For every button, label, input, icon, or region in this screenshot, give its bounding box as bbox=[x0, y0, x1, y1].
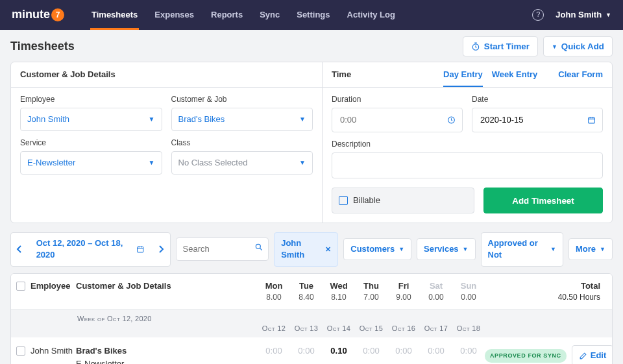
time-header: Time Day Entry Week Entry Clear Form bbox=[323, 62, 612, 88]
chevron-down-icon: ▼ bbox=[398, 245, 404, 254]
search-icon bbox=[254, 243, 263, 252]
col-thu: Thu7.00 bbox=[355, 280, 387, 303]
chevron-down-icon: ▼ bbox=[299, 115, 306, 124]
filter-approval[interactable]: Approved or Not ▼ bbox=[481, 232, 564, 266]
class-select[interactable]: No Class Selected ▼ bbox=[171, 151, 313, 175]
chevron-down-icon: ▼ bbox=[605, 11, 611, 19]
employee-label: Employee bbox=[20, 94, 162, 105]
page-title: Timesheets bbox=[10, 38, 463, 55]
nav-tab-settings[interactable]: Settings bbox=[295, 0, 331, 30]
date-range-picker[interactable]: Oct 12, 2020 – Oct 18, 2020 bbox=[29, 233, 153, 265]
edit-button[interactable]: Edit bbox=[572, 345, 613, 364]
filter-customers[interactable]: Customers ▼ bbox=[343, 238, 411, 260]
billable-checkbox[interactable]: Billable bbox=[332, 188, 474, 213]
hours-cell: 0:00 bbox=[258, 345, 290, 357]
next-week-button[interactable] bbox=[153, 239, 170, 260]
col-total: Total40.50 Hours bbox=[485, 280, 607, 303]
svg-rect-3 bbox=[138, 247, 143, 252]
checkbox-icon bbox=[339, 196, 348, 205]
prev-week-button[interactable] bbox=[11, 239, 29, 260]
user-name: John Smith bbox=[556, 9, 602, 21]
chevron-down-icon: ▼ bbox=[299, 158, 306, 167]
more-button[interactable]: More ▼ bbox=[568, 238, 613, 260]
filter-services[interactable]: Services ▼ bbox=[417, 238, 475, 260]
calendar-icon bbox=[587, 115, 596, 125]
service-select[interactable]: E-Newsletter ▼ bbox=[20, 151, 162, 175]
chevron-right-icon bbox=[158, 245, 164, 253]
table-row: John Smith Brad's Bikes E-Newsletter Joh… bbox=[11, 337, 612, 364]
chevron-down-icon: ▼ bbox=[600, 245, 605, 254]
logo-text: minute bbox=[12, 6, 50, 23]
employee-select[interactable]: John Smith ▼ bbox=[20, 108, 162, 131]
col-sat: Sat0.00 bbox=[420, 280, 452, 303]
top-nav: minute 7 Timesheets Expenses Reports Syn… bbox=[0, 0, 623, 30]
description-textarea[interactable] bbox=[332, 152, 603, 178]
service-label: Service bbox=[20, 138, 162, 149]
description-label: Description bbox=[332, 139, 603, 150]
clear-form-link[interactable]: Clear Form bbox=[558, 69, 603, 80]
col-fri: Fri9.00 bbox=[387, 280, 420, 303]
nav-tab-reports[interactable]: Reports bbox=[210, 0, 244, 30]
col-sun: Sun0.00 bbox=[452, 280, 485, 303]
row-checkbox[interactable] bbox=[16, 346, 25, 356]
timer-icon bbox=[471, 42, 480, 51]
duration-label: Duration bbox=[332, 94, 463, 105]
add-timesheet-button[interactable]: Add Timesheet bbox=[483, 188, 603, 213]
col-mon: Mon8.00 bbox=[258, 280, 290, 303]
list-toolbar: Oct 12, 2020 – Oct 18, 2020 John Smith ✕… bbox=[10, 232, 613, 266]
calendar-icon bbox=[136, 245, 144, 254]
col-employee: Employee bbox=[31, 280, 76, 292]
quick-add-button[interactable]: ▼ Quick Add bbox=[543, 36, 613, 56]
duration-input[interactable] bbox=[332, 108, 463, 132]
hours-cell: 0:00 bbox=[452, 345, 485, 357]
col-job: Customer & Job Details bbox=[76, 280, 258, 292]
nav-tab-sync[interactable]: Sync bbox=[258, 0, 281, 30]
select-all-checkbox[interactable] bbox=[16, 282, 25, 291]
day-entry-tab[interactable]: Day Entry bbox=[443, 69, 483, 87]
filter-employee-chip[interactable]: John Smith ✕ bbox=[274, 232, 338, 266]
close-icon[interactable]: ✕ bbox=[325, 245, 331, 254]
nav-tab-activity-log[interactable]: Activity Log bbox=[346, 0, 397, 30]
class-label: Class bbox=[171, 138, 313, 149]
hours-cell: 0:00 bbox=[420, 345, 452, 357]
date-nav: Oct 12, 2020 – Oct 18, 2020 bbox=[10, 232, 171, 266]
help-icon[interactable]: ? bbox=[532, 9, 544, 21]
nav-tab-expenses[interactable]: Expenses bbox=[153, 0, 195, 30]
search-input[interactable] bbox=[176, 237, 269, 261]
customer-label: Customer & Job bbox=[171, 94, 313, 105]
customer-select[interactable]: Brad's Bikes ▼ bbox=[171, 108, 313, 131]
chevron-down-icon: ▼ bbox=[149, 158, 155, 167]
nav-tab-timesheets[interactable]: Timesheets bbox=[90, 0, 139, 30]
start-timer-button[interactable]: Start Timer bbox=[463, 36, 538, 56]
col-tue: Tue8.40 bbox=[290, 280, 323, 303]
hours-cell: 0:00 bbox=[355, 345, 387, 357]
date-input[interactable] bbox=[472, 108, 603, 132]
chevron-left-icon bbox=[16, 245, 23, 253]
clock-icon bbox=[447, 115, 456, 125]
hours-cell: 0:00 bbox=[290, 345, 323, 357]
row-job: Brad's Bikes E-Newsletter John Smith - bbox=[76, 345, 258, 364]
week-entry-tab[interactable]: Week Entry bbox=[492, 69, 538, 80]
chevron-down-icon: ▼ bbox=[463, 245, 469, 254]
hours-cell: 0.10 bbox=[323, 345, 355, 357]
timesheet-grid: Employee Customer & Job Details Mon8.00 … bbox=[10, 273, 613, 364]
chevron-down-icon: ▼ bbox=[550, 245, 556, 254]
row-employee: John Smith bbox=[31, 345, 76, 357]
chevron-down-icon: ▼ bbox=[149, 115, 155, 124]
svg-rect-2 bbox=[589, 117, 595, 123]
customer-job-header: Customer & Job Details bbox=[11, 62, 322, 88]
nav-tabs: Timesheets Expenses Reports Sync Setting… bbox=[90, 0, 532, 30]
grid-header: Employee Customer & Job Details Mon8.00 … bbox=[11, 274, 612, 310]
logo-badge: 7 bbox=[51, 8, 64, 21]
time-entry-form: Customer & Job Details Employee John Smi… bbox=[10, 62, 613, 223]
chevron-down-icon: ▼ bbox=[552, 43, 557, 50]
logo[interactable]: minute 7 bbox=[12, 6, 64, 23]
week-separator: Week of Oct 12, 2020 Oct 12 Oct 13 Oct 1… bbox=[11, 310, 612, 338]
page-header: Timesheets Start Timer ▼ Quick Add bbox=[10, 36, 613, 56]
svg-point-4 bbox=[256, 245, 261, 249]
hours-cell: 0:00 bbox=[387, 345, 420, 357]
status-badge: APPROVED FOR SYNC bbox=[485, 349, 567, 363]
row-actions: APPROVED FOR SYNC Edit bbox=[485, 345, 613, 364]
col-wed: Wed8.10 bbox=[323, 280, 355, 303]
user-menu[interactable]: John Smith ▼ bbox=[556, 9, 611, 21]
